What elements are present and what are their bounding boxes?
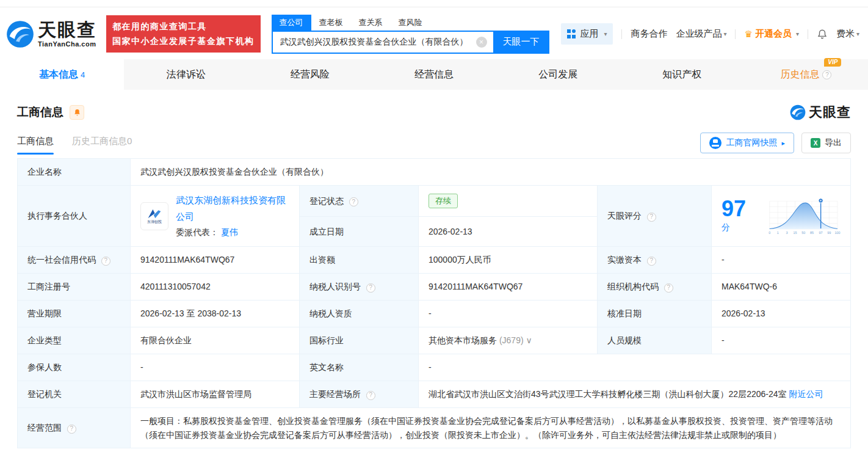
- chevron-down-icon: ▾: [856, 31, 859, 37]
- subtab-business-registration[interactable]: 工商信息: [17, 136, 54, 155]
- header-nav: 应用 ▾ 商务合作 企业级产品 ▾ ♛ 开通会员 ▾ 费米 ▾: [561, 23, 859, 45]
- tab-operational-risk[interactable]: 经营风险: [248, 59, 372, 90]
- search-tab-relation[interactable]: 查关系: [351, 15, 391, 31]
- tianyancha-logo[interactable]: 天眼查 TianYanCha.com: [6, 20, 96, 48]
- uscc-label: 统一社会信用代码 ?: [18, 247, 131, 274]
- export-button[interactable]: X 导出: [801, 133, 851, 153]
- banner-line2: 国家中小企业发展子基金旗下机构: [112, 34, 255, 48]
- apps-grid-icon: [567, 29, 576, 38]
- tab-basic-info[interactable]: 基本信息 4: [0, 59, 124, 90]
- score-cell: 97 分: [712, 186, 851, 247]
- company-name-label: 企业名称: [18, 159, 131, 186]
- english-name-label: 英文名称: [300, 354, 419, 381]
- help-icon[interactable]: ?: [647, 213, 656, 222]
- company-name-value: 武汉武创兴汉股权投资基金合伙企业（有限合伙）: [131, 159, 851, 186]
- svg-text:99: 99: [827, 231, 831, 235]
- tab-development-label: 公司发展: [538, 68, 577, 81]
- reg-authority-label: 登记机关: [18, 381, 131, 408]
- tab-history-label: 历史信息: [780, 68, 819, 81]
- bell-icon: [73, 109, 81, 117]
- partner-logo[interactable]: 东湖创投: [140, 202, 168, 230]
- english-name-value: -: [419, 354, 851, 381]
- tab-legal-proceedings[interactable]: 法律诉讼: [124, 59, 248, 90]
- chevron-down-icon: ▾: [723, 31, 726, 37]
- search-button[interactable]: 天眼一下: [493, 31, 549, 54]
- tab-company-development[interactable]: 公司发展: [496, 59, 620, 90]
- chevron-down-icon[interactable]: ∨: [526, 335, 532, 345]
- business-cooperation-link[interactable]: 商务合作: [631, 28, 667, 40]
- help-icon[interactable]: ?: [67, 425, 76, 434]
- partner-logo-text: 东湖创投: [147, 220, 162, 224]
- business-scope-label: 经营范围 ?: [18, 408, 131, 448]
- username: 费米: [836, 28, 855, 40]
- help-icon[interactable]: ?: [101, 257, 110, 266]
- tab-business-info[interactable]: 经营信息: [372, 59, 496, 90]
- help-icon[interactable]: ?: [366, 391, 375, 400]
- staff-size-label: 人员规模: [598, 327, 712, 354]
- taxpayer-quality-value: -: [419, 301, 598, 327]
- clear-search-icon[interactable]: ×: [476, 37, 487, 48]
- table-row: 参保人数 - 英文名称 -: [18, 354, 851, 381]
- search-tab-company[interactable]: 查公司: [272, 15, 311, 31]
- representative-link[interactable]: 夏伟: [221, 227, 238, 237]
- official-snapshot-button[interactable]: 工商官网快照 ▸: [700, 133, 794, 153]
- stamp-icon: [709, 137, 722, 149]
- uscc-label-text: 统一社会信用代码: [27, 255, 96, 264]
- contribution-value: 100000万人民币: [419, 247, 598, 274]
- tab-intellectual-property[interactable]: 知识产权: [620, 59, 744, 90]
- help-icon[interactable]: ?: [366, 283, 375, 293]
- vip-badge: VIP: [824, 58, 841, 67]
- snapshot-label: 工商官网快照: [726, 137, 777, 148]
- business-site-address: 湖北省武汉市洪山区文治街43号武汉理工大学科技孵化楼三期（洪山科创大厦）22层2…: [429, 389, 787, 399]
- nav-divider: [621, 29, 622, 39]
- open-vip-menu[interactable]: ♛ 开通会员 ▾: [744, 28, 798, 40]
- tab-history-info[interactable]: 历史信息 VIP ?: [744, 59, 868, 90]
- chevron-down-icon: ▾: [604, 31, 607, 37]
- banner-line1: 都在用的商业查询工具: [112, 20, 255, 34]
- reg-number-label: 工商注册号: [18, 274, 131, 301]
- subscribe-bell-button[interactable]: [70, 105, 84, 120]
- taxpayer-id-label: 纳税人识别号 ?: [300, 274, 419, 301]
- logo-subtitle: TianYanCha.com: [38, 41, 96, 48]
- search-input[interactable]: [272, 31, 493, 54]
- user-menu[interactable]: 费米 ▾: [836, 28, 859, 40]
- taxpayer-id-label-text: 纳税人识别号: [309, 282, 361, 291]
- business-scope-value: 一般项目：私募股权投资基金管理、创业投资基金管理服务（须在中国证券投资基金业协会…: [131, 408, 851, 448]
- score-distribution-chart[interactable]: 0 1 3 15 50 85 97 99 100: [767, 195, 841, 237]
- help-icon[interactable]: ?: [647, 257, 656, 266]
- search-tab-risk[interactable]: 查风险: [391, 15, 430, 31]
- nearby-companies-link[interactable]: 附近公司: [789, 389, 823, 399]
- uscc-value: 91420111MAK64TWQ67: [131, 247, 300, 274]
- search-tab-boss[interactable]: 查老板: [311, 15, 351, 31]
- help-icon[interactable]: ?: [349, 197, 358, 206]
- enterprise-products-menu[interactable]: 企业级产品 ▾: [676, 28, 726, 40]
- staff-size-value: -: [712, 327, 851, 354]
- tab-business-label: 经营信息: [414, 68, 454, 81]
- svg-text:1: 1: [776, 231, 778, 235]
- partner-company-link[interactable]: 武汉东湖创新科技投资有限公司: [176, 195, 286, 222]
- apps-menu[interactable]: 应用 ▾: [561, 23, 613, 45]
- svg-text:3: 3: [786, 231, 787, 235]
- executive-partner-label: 执行事务合伙人: [18, 186, 131, 247]
- org-code-label-text: 组织机构代码: [607, 282, 659, 291]
- notifications-button[interactable]: [817, 29, 828, 40]
- table-row: 登记机关 武汉市洪山区市场监督管理局 主要经营场所 ? 湖北省武汉市洪山区文治街…: [18, 381, 851, 408]
- representative-label: 委派代表：: [176, 227, 219, 237]
- tianyancha-logo-icon: [790, 104, 806, 120]
- help-icon[interactable]: ?: [822, 70, 831, 79]
- main-tabbar: 基本信息 4 法律诉讼 经营风险 经营信息 公司发展 知识产权 历史信息 VIP…: [0, 59, 868, 90]
- taxpayer-quality-label: 纳税人资质: [300, 301, 419, 327]
- business-term-value: 2026-02-13 至 2038-02-13: [131, 301, 300, 327]
- table-row: 执行事务合伙人 东湖创投 武汉东湖创新科技投资有限公司 委派代表：: [18, 186, 851, 217]
- industry-value-text: 其他资本市场服务: [429, 335, 497, 345]
- excel-icon: X: [811, 138, 820, 148]
- registration-info-table: 企业名称 武汉武创兴汉股权投资基金合伙企业（有限合伙） 执行事务合伙人 东湖创投…: [17, 158, 851, 448]
- help-icon[interactable]: ?: [664, 283, 673, 293]
- subtab-history-registration[interactable]: 历史工商信息0: [72, 136, 132, 155]
- establish-date-value: 2026-02-13: [419, 217, 598, 247]
- company-type-value: 有限合伙企业: [131, 327, 300, 354]
- site-header: 天眼查 TianYanCha.com 都在用的商业查询工具 国家中小企业发展子基…: [0, 0, 868, 59]
- main-content: 工商信息 天眼查 工商信息 历史工商信息0 工商官网快照 ▸: [0, 103, 868, 448]
- table-row: 企业名称 武汉武创兴汉股权投资基金合伙企业（有限合伙）: [18, 159, 851, 186]
- company-type-label: 企业类型: [18, 327, 131, 354]
